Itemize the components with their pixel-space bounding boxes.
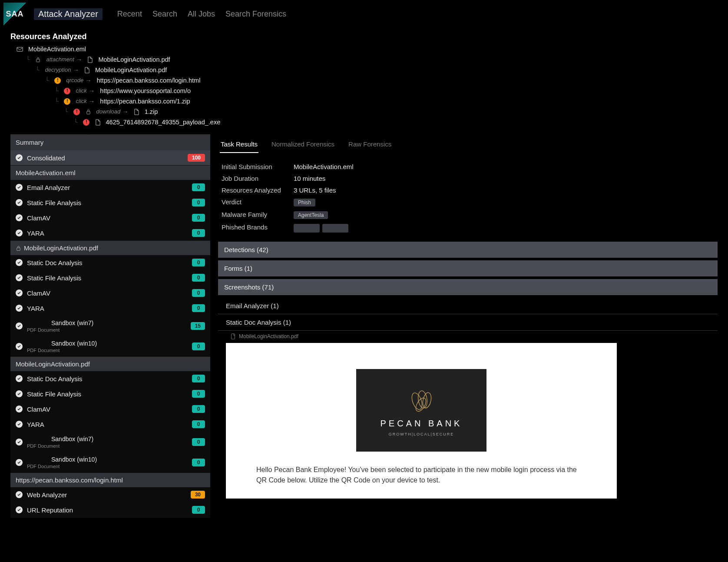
nav-search-forensics[interactable]: Search Forensics <box>225 10 286 19</box>
file-small-icon <box>230 333 236 339</box>
count-badge: 0 <box>192 214 205 222</box>
tree-node-label: https://pecan.banksso.com/login.html <box>97 75 201 86</box>
tree-node[interactable]: └ ! download→ 1.zip <box>10 106 718 117</box>
meta-value: MobileActivation.eml <box>294 163 354 170</box>
item-label: ClamAV <box>27 406 188 413</box>
item-sublabel: PDF Document <box>27 464 188 469</box>
tab-normalized-forensics[interactable]: Normalized Forensics <box>271 137 335 153</box>
meta-row: Phished Brands <box>222 221 714 235</box>
count-badge: 0 <box>192 438 205 446</box>
count-badge: 0 <box>192 259 205 266</box>
check-icon <box>16 390 23 397</box>
tree-node[interactable]: MobileActivation.eml <box>10 44 718 54</box>
count-badge: 30 <box>191 491 205 499</box>
tab-task-results[interactable]: Task Results <box>220 137 258 153</box>
item-label: Static File Analysis <box>27 390 188 398</box>
doc-preview: PECAN BANK GROWTH|LOCAL|SECURE Hello Pec… <box>226 343 617 499</box>
summary-item[interactable]: Email Analyzer0 <box>10 180 210 195</box>
svg-rect-0 <box>17 47 23 51</box>
summary-item[interactable]: Static File Analysis0 <box>10 270 210 286</box>
summary-item[interactable]: Static File Analysis0 <box>10 195 210 210</box>
meta-key: Phished Brands <box>222 223 287 233</box>
item-sublabel: PDF Document <box>27 443 188 449</box>
tree-type-label: attachment <box>46 54 74 65</box>
item-label: Static File Analysis <box>27 274 188 282</box>
summary-item[interactable]: Web Analyzer30 <box>10 487 210 502</box>
summary-item[interactable]: ClamAV0 <box>10 402 210 417</box>
tree-node[interactable]: └ decryption→ MobileLoginActivation.pdf <box>10 65 718 75</box>
item-label: Web Analyzer <box>27 491 186 499</box>
consolidated-row[interactable]: Consolidated 100 <box>10 150 210 166</box>
summary-item[interactable]: ClamAV0 <box>10 210 210 226</box>
summary-item[interactable]: Static Doc Analysis0 <box>10 371 210 386</box>
brand-card: PECAN BANK GROWTH|LOCAL|SECURE <box>356 369 486 452</box>
tree-title: Resources Analyzed <box>10 32 718 41</box>
resources-tree: Resources Analyzed MobileActivation.eml└… <box>0 28 728 134</box>
check-icon <box>16 439 23 446</box>
check-icon <box>16 259 23 266</box>
summary-item[interactable]: YARA0 <box>10 417 210 432</box>
tree-type-label: qrcode <box>66 75 84 86</box>
summary-item[interactable]: YARA0 <box>10 226 210 241</box>
tree-node[interactable]: └ attachment→ MobileLoginActivation.pdf <box>10 54 718 65</box>
summary-item[interactable]: Static Doc Analysis0 <box>10 255 210 270</box>
consolidated-badge: 100 <box>188 154 205 162</box>
nav-search[interactable]: Search <box>152 10 177 19</box>
summary-item[interactable]: Sandbox (win7)PDF Document15 <box>10 316 210 336</box>
tab-raw-forensics[interactable]: Raw Forensics <box>347 137 392 153</box>
lock-icon <box>35 57 41 63</box>
lock-icon <box>86 109 91 115</box>
item-label: YARA <box>27 229 188 237</box>
tree-node[interactable]: └ ! click→ https://pecan.banksso.com/1.z… <box>10 96 718 106</box>
accordion-detections[interactable]: Detections (42) <box>218 242 718 258</box>
summary-item[interactable]: Sandbox (win10)PDF Document0 <box>10 336 210 357</box>
meta-row: Resources Analyzed3 URLs, 5 files <box>222 184 714 196</box>
accordion-forms[interactable]: Forms (1) <box>218 260 718 276</box>
file-icon <box>95 119 101 126</box>
svg-rect-4 <box>232 334 235 339</box>
summary-item[interactable]: Sandbox (win10)PDF Document0 <box>10 452 210 473</box>
check-icon <box>16 154 23 161</box>
count-badge: 0 <box>192 459 205 466</box>
screenshot-section[interactable]: Email Analyzer (1) <box>218 298 718 314</box>
item-label: Sandbox (win10) <box>27 456 188 463</box>
accordion-screenshots[interactable]: Screenshots (71) <box>218 279 718 295</box>
tree-node[interactable]: └ ! click→ https://www.yourssoportal.com… <box>10 86 718 96</box>
summary-item[interactable]: YARA0 <box>10 301 210 316</box>
meta-row: Malware FamilyAgentTesla <box>222 209 714 221</box>
status-orange-icon: ! <box>54 77 61 84</box>
pecan-logo-icon <box>402 385 441 415</box>
meta-value <box>294 223 351 233</box>
summary-item[interactable]: Sandbox (win7)PDF Document0 <box>10 432 210 452</box>
item-label: ClamAV <box>27 289 188 297</box>
redacted-chip <box>322 224 348 233</box>
count-badge: 0 <box>192 199 205 206</box>
mail-icon <box>17 46 23 53</box>
item-label: Sandbox (win7) <box>27 436 188 442</box>
nav-all-jobs[interactable]: All Jobs <box>188 10 215 19</box>
brand-name: PECAN BANK <box>381 419 463 429</box>
item-label: YARA <box>27 305 188 312</box>
screenshot-section[interactable]: Static Doc Analysis (1) <box>218 314 718 331</box>
summary-item[interactable]: Static File Analysis0 <box>10 386 210 402</box>
check-icon <box>16 229 23 236</box>
svg-rect-2 <box>86 111 89 114</box>
check-icon <box>16 214 23 221</box>
summary-item[interactable]: URL Reputation0 <box>10 502 210 518</box>
screenshot-resource-label: MobileLoginActivation.pdf <box>218 331 718 343</box>
status-red-icon: ! <box>83 119 89 126</box>
count-badge: 0 <box>192 183 205 191</box>
count-badge: 15 <box>191 322 205 330</box>
task-meta: Initial SubmissionMobileActivation.emlJo… <box>218 158 718 242</box>
content-pane: Task ResultsNormalized ForensicsRaw Fore… <box>218 134 718 518</box>
tree-node[interactable]: └ ! qrcode→ https://pecan.banksso.com/lo… <box>10 75 718 86</box>
check-icon <box>16 289 23 296</box>
check-icon <box>16 491 23 498</box>
nav-recent[interactable]: Recent <box>117 10 142 19</box>
check-icon <box>16 406 23 412</box>
summary-item[interactable]: ClamAV0 <box>10 286 210 301</box>
item-label: Email Analyzer <box>27 184 188 191</box>
check-icon <box>16 421 23 428</box>
tree-node[interactable]: └ ! 4625_7614892678_49355_payload_.exe <box>10 117 718 127</box>
meta-value: AgentTesla <box>294 211 331 219</box>
